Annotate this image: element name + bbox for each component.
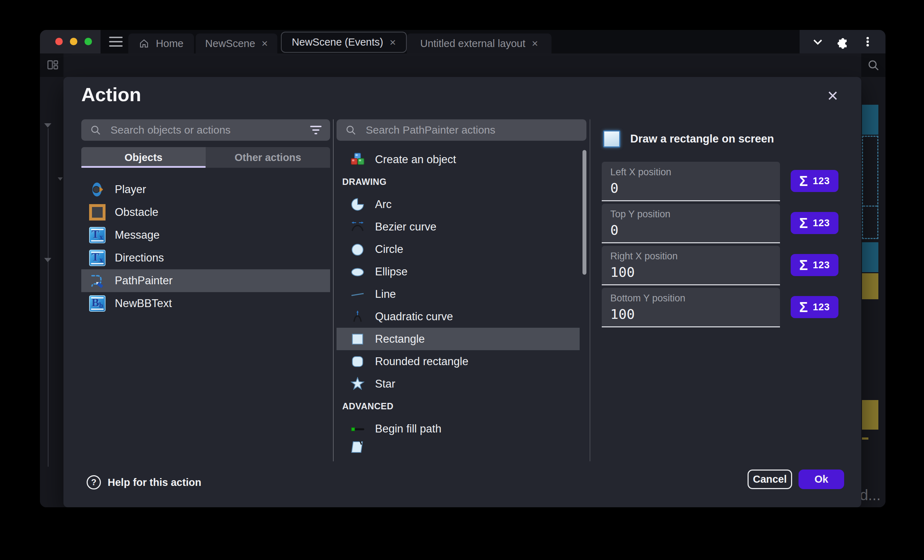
cancel-button[interactable]: Cancel: [747, 470, 792, 489]
tab-home[interactable]: Home: [128, 33, 194, 54]
event-condition-block: [862, 242, 878, 272]
sigma-icon: Σ: [799, 215, 808, 231]
event-condition-block: [862, 105, 878, 135]
tree-collapse-arrow[interactable]: [44, 258, 51, 262]
close-traffic-light[interactable]: [55, 38, 63, 45]
action-item-circle[interactable]: Circle: [336, 238, 580, 261]
tab-newscene[interactable]: NewScene ×: [196, 33, 278, 54]
action-item-arc[interactable]: Arc: [336, 193, 580, 216]
section-header-drawing: DRAWING: [336, 171, 580, 193]
help-icon[interactable]: ?: [87, 475, 101, 490]
action-item-label: Quadratic curve: [375, 310, 453, 323]
field-value[interactable]: 0: [610, 222, 618, 238]
field-label: Bottom Y position: [610, 293, 686, 304]
titlebar-actions: [800, 30, 885, 54]
quadratic-curve-icon: [350, 308, 366, 325]
field-value[interactable]: 100: [610, 264, 635, 280]
field-top-y-position[interactable]: Top Y position 0: [602, 204, 780, 243]
digits-icon: 123: [813, 260, 830, 271]
search-icon[interactable]: [867, 59, 880, 72]
action-item-rectangle-selected[interactable]: Rectangle: [336, 328, 580, 350]
sigma-icon: Σ: [799, 257, 808, 273]
action-item-label: Bezier curve: [375, 220, 436, 233]
help-link[interactable]: Help for this action: [108, 477, 201, 488]
field-right-x-position[interactable]: Right X position 100: [602, 246, 780, 285]
rectangle-action-badge-icon: [603, 130, 620, 147]
action-item-quadratic-curve[interactable]: Quadratic curve: [336, 305, 580, 328]
events-search-corner: [861, 54, 885, 77]
list-item-directions[interactable]: Tx Directions: [81, 247, 330, 269]
tab-close-icon[interactable]: ×: [262, 38, 268, 49]
actions-list-scrollbar[interactable]: [582, 150, 586, 275]
expression-editor-button[interactable]: Σ 123: [790, 254, 838, 276]
text-object-icon: Tx: [89, 250, 105, 266]
list-item-label: PathPainter: [115, 274, 172, 287]
expression-editor-button[interactable]: Σ 123: [790, 170, 838, 192]
panel-divider: [590, 119, 590, 461]
minimize-traffic-light[interactable]: [70, 38, 77, 45]
obstacle-object-icon: [89, 204, 105, 220]
extensions-puzzle-icon[interactable]: [836, 34, 850, 49]
field-label: Top Y position: [610, 209, 670, 220]
objects-list: Player Obstacle Tx Message Tx Directi: [81, 178, 330, 315]
ok-button[interactable]: Ok: [798, 470, 844, 489]
field-bottom-y-position[interactable]: Bottom Y position 100: [602, 288, 780, 327]
actions-search-input[interactable]: [365, 124, 586, 136]
tab-label: Untitled external layout: [420, 38, 525, 49]
tab-newscene-events[interactable]: NewScene (Events) ×: [281, 32, 407, 53]
ellipse-icon: [350, 264, 366, 280]
tree-collapse-arrow[interactable]: [44, 123, 51, 127]
digits-icon: 123: [813, 218, 830, 229]
list-item-pathpainter-selected[interactable]: PathPainter: [81, 269, 330, 292]
field-value[interactable]: 0: [610, 180, 618, 196]
expression-editor-button[interactable]: Σ 123: [790, 212, 838, 234]
filter-icon[interactable]: [310, 126, 321, 134]
tab-untitled-external-layout[interactable]: Untitled external layout ×: [407, 33, 552, 54]
action-dialog: Action × Objects Other actions: [63, 77, 861, 507]
action-item-label: Ellipse: [375, 265, 408, 278]
list-item-newbbtext[interactable]: Bb NewBBText: [81, 292, 330, 315]
tree-collapse-arrow[interactable]: [58, 177, 63, 181]
action-item-label: Begin fill path: [375, 422, 441, 435]
menu-hamburger-icon[interactable]: [109, 37, 123, 46]
arc-icon: [350, 196, 366, 213]
list-item-message[interactable]: Tx Message: [81, 224, 330, 247]
maximize-traffic-light[interactable]: [84, 38, 92, 45]
digits-icon: 123: [813, 176, 830, 187]
list-item-obstacle[interactable]: Obstacle: [81, 201, 330, 224]
dialog-close-icon[interactable]: ×: [822, 85, 843, 106]
field-left-x-position[interactable]: Left X position 0: [602, 162, 780, 201]
search-icon: [90, 124, 101, 136]
tab-objects[interactable]: Objects: [81, 147, 206, 168]
action-item-ellipse[interactable]: Ellipse: [336, 261, 580, 283]
action-item-bezier-curve[interactable]: Bezier curve: [336, 216, 580, 238]
kebab-menu-icon[interactable]: [862, 36, 874, 48]
actions-list: Create an object DRAWING Arc: [336, 148, 580, 463]
field-value[interactable]: 100: [610, 306, 635, 322]
tab-close-icon[interactable]: ×: [532, 38, 538, 49]
editor-background: d... Action × Objects Other actions: [40, 54, 885, 507]
search-icon: [345, 124, 357, 136]
action-item-label: Rounded rectangle: [375, 355, 468, 368]
chevron-down-icon[interactable]: [812, 35, 824, 48]
action-item-begin-fill-path[interactable]: Begin fill path: [336, 418, 580, 440]
action-item-label: Arc: [375, 198, 392, 211]
action-item-clipped[interactable]: [336, 440, 580, 463]
action-item-rounded-rectangle[interactable]: Rounded rectangle: [336, 350, 580, 373]
list-item-label: Directions: [115, 252, 164, 264]
list-item-player[interactable]: Player: [81, 178, 330, 201]
action-item-line[interactable]: Line: [336, 283, 580, 305]
tab-close-icon[interactable]: ×: [390, 37, 396, 48]
action-item-create-object[interactable]: Create an object: [336, 148, 580, 171]
field-label: Left X position: [610, 167, 671, 178]
expression-editor-button[interactable]: Σ 123: [790, 296, 838, 318]
tab-other-actions[interactable]: Other actions: [206, 147, 330, 168]
digits-icon: 123: [813, 302, 830, 313]
list-item-label: NewBBText: [115, 297, 172, 310]
action-item-star[interactable]: Star: [336, 373, 580, 395]
event-tree-line: [48, 128, 48, 467]
event-selection-outline: [862, 136, 878, 239]
event-action-sliver: [862, 437, 868, 440]
objects-search-input[interactable]: [110, 124, 310, 136]
bezier-curve-icon: [350, 219, 366, 235]
